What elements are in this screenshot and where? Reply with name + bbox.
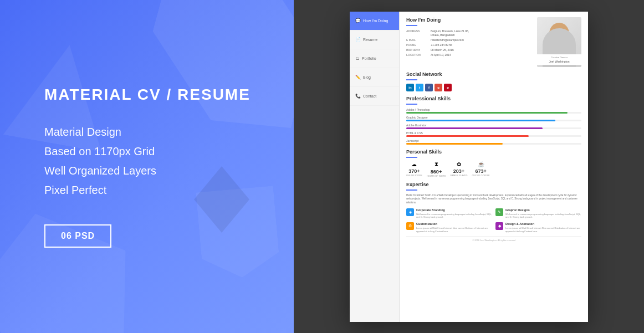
cv-nav-item[interactable]: 📄Resume [350, 30, 399, 49]
expertise-customization: ⚙ Customization Lorem ipsum sit Malt 3 t… [406, 222, 492, 233]
phone-value: +1 206 234 89 56 [431, 43, 452, 47]
cv-footer: © 2016 Jeef Washington. All rights reser… [406, 236, 581, 242]
corporate-icon: ◈ [406, 208, 414, 216]
how-im-doing-title: How I'm Doing [406, 17, 531, 23]
professional-skills-title: Professional Skills [406, 96, 581, 101]
expertise-animation: ◆ Design & Animation Lorem ipsum sit Mal… [495, 222, 581, 233]
skill-photoshop: Adobe / Photoshop [406, 108, 581, 114]
expertise-graphic: ✎ Graphic Designs Well versed in numerou… [495, 208, 581, 219]
birthday-label: BIRTHDAY [406, 48, 428, 52]
feature-list: Material DesignBased on 1170px GridWell … [44, 126, 260, 197]
address-value: Belgium, Brussels, Lane 21 96,Dhaka, Ban… [431, 29, 469, 37]
cv-nav-item[interactable]: ✏️Blog [350, 68, 399, 87]
social-title: Social Network [406, 71, 581, 77]
facebook-icon[interactable]: f [425, 84, 433, 91]
birthday-value: 08 March 25, 2016 [431, 48, 454, 52]
stat-hours-work: ⧗ 860+ HOURS OF WORK [427, 161, 446, 177]
avatar-role: Creative Director [537, 56, 581, 59]
skill-javascript: Javascript [406, 139, 581, 145]
animation-icon: ◆ [495, 222, 503, 230]
address-label: ADDRESS [406, 29, 428, 33]
twitter-icon[interactable]: t [416, 84, 423, 91]
stat-cup-coffee: ☕ 673+ CUP OF COFFEE [472, 161, 489, 177]
feature-item: Based on 1170px Grid [44, 145, 260, 158]
email-label: E MAIL [406, 38, 428, 42]
cv-mockup: 💬How I'm Doing📄Resume🗂Portfolio✏️Blog📞Co… [350, 12, 588, 322]
customization-icon: ⚙ [406, 222, 414, 230]
cv-nav-item[interactable]: 💬How I'm Doing [350, 12, 399, 30]
avatar-name: Jeef Washington [537, 60, 581, 63]
expertise-description: Hello I'm Robert Smith. I'm a Web Develo… [406, 194, 581, 205]
google-icon[interactable]: g [435, 84, 442, 91]
feature-item: Pixel Perfect [44, 184, 260, 197]
personal-skills-title: Personal Skills [406, 149, 581, 155]
personal-skills-section: Personal Skills ☁ 370+ ONLINE ICONS ⧗ 86… [406, 149, 581, 177]
linkedin-icon[interactable]: in [406, 84, 414, 91]
psd-badge[interactable]: 06 PSD [44, 224, 111, 248]
social-section: Social Network in t f g p [406, 71, 581, 91]
graphic-icon: ✎ [495, 208, 503, 216]
expertise-grid: ◈ Corporate Branding Well versed in nume… [406, 208, 581, 233]
main-title: MATERIAL CV / RESUME [44, 86, 260, 104]
skill-illustrator: Adobe Illustrator [406, 124, 581, 129]
feature-item: Well Organized Layers [44, 165, 260, 177]
cv-nav-item[interactable]: 📞Contact [350, 87, 399, 106]
skill-graphic: Graphic Designer [406, 116, 581, 121]
left-panel: MATERIAL CV / RESUME Material DesignBase… [0, 0, 294, 333]
email-value: robertsmith@example.com [431, 38, 464, 42]
skill-htmlcss: HTML & CSS [406, 131, 581, 137]
right-panel: 💬How I'm Doing📄Resume🗂Portfolio✏️Blog📞Co… [294, 0, 644, 333]
expertise-title: Expertise [406, 182, 581, 187]
expertise-corporate: ◈ Corporate Branding Well versed in nume… [406, 208, 492, 219]
phone-label: PHONE [406, 43, 428, 47]
location-value: At April 10, 2014 [431, 53, 451, 57]
stat-games-played: ✿ 203+ GAMES PLAYED [450, 161, 467, 177]
location-label: LOCATION [406, 53, 428, 57]
cv-nav-item[interactable]: 🗂Portfolio [350, 49, 399, 68]
cv-sidebar: 💬How I'm Doing📄Resume🗂Portfolio✏️Blog📞Co… [350, 12, 400, 322]
professional-skills-section: Professional Skills Adobe / Photoshop Gr… [406, 96, 581, 145]
avatar: Creative Director Jeef Washington [537, 17, 581, 67]
stat-online-icons: ☁ 370+ ONLINE ICONS [406, 161, 422, 177]
expertise-section: Expertise Hello I'm Robert Smith. I'm a … [406, 182, 581, 233]
feature-item: Material Design [44, 126, 260, 139]
social-icons: in t f g p [406, 84, 581, 91]
cv-main-content: How I'm Doing ADDRESS Belgium, Brussels,… [400, 12, 588, 322]
pinterest-icon[interactable]: p [444, 84, 452, 91]
